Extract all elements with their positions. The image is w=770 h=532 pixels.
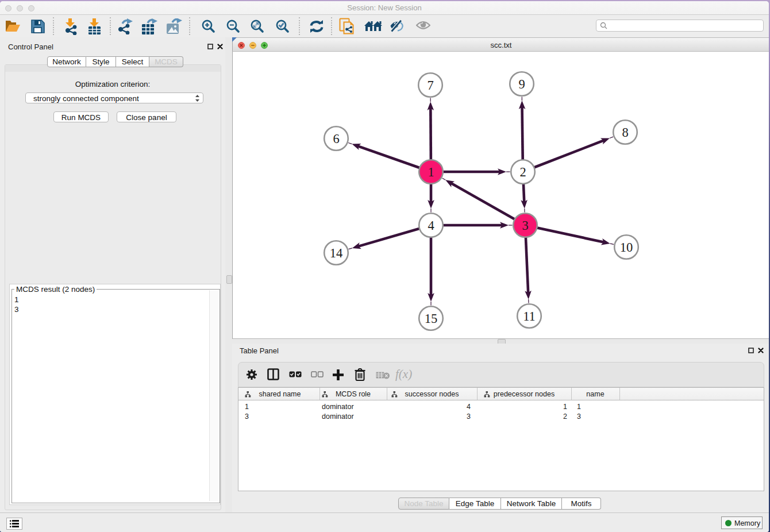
svg-text:1: 1	[428, 165, 434, 179]
svg-text:4: 4	[428, 218, 434, 233]
svg-text:14: 14	[330, 246, 343, 260]
svg-text:10: 10	[620, 240, 633, 255]
svg-text:2: 2	[519, 165, 526, 179]
svg-text:3: 3	[522, 218, 528, 233]
svg-text:6: 6	[333, 132, 339, 146]
svg-text:9: 9	[518, 77, 525, 91]
svg-text:11: 11	[523, 309, 536, 323]
svg-text:15: 15	[425, 311, 438, 326]
svg-text:8: 8	[622, 125, 628, 140]
svg-text:7: 7	[427, 78, 433, 92]
